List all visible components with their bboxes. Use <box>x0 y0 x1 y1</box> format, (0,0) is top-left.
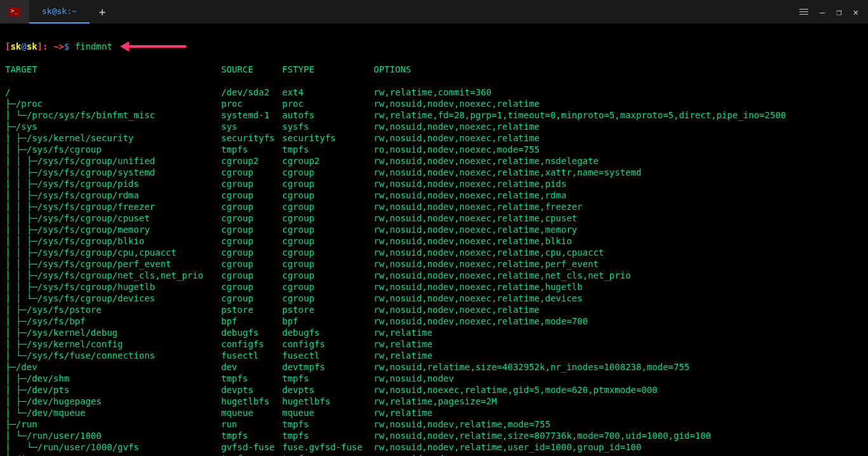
cell-target: │ │ ├─/sys/fs/cgroup/net_cls,net_prio <box>5 270 221 281</box>
prompt-bracket-open: [ <box>5 41 10 52</box>
cell-source: cgroup <box>221 258 282 270</box>
maximize-button[interactable]: ❐ <box>836 7 841 17</box>
terminal-output[interactable]: [sk@sk]: ~>$ findmnt TARGETSOURCEFSTYPEO… <box>0 24 868 456</box>
cell-target: │ ├─/sys/kernel/config <box>5 338 221 350</box>
cell-options: rw,nosuid,nodev,noexec,relatime <box>374 98 539 109</box>
cell-options: rw,nosuid,relatime,size=4032952k,nr_inod… <box>374 361 689 373</box>
cell-options: rw,nosuid,nodev <box>374 373 454 384</box>
cell-options: ro,nosuid,nodev,noexec,mode=755 <box>374 144 539 155</box>
cell-target: ├─/run <box>5 418 221 430</box>
mount-row: │ ├─/dev/shmtmpfstmpfsrw,nosuid,nodev <box>5 373 863 384</box>
cell-target: │ └─/proc/sys/fs/binfmt_misc <box>5 109 221 121</box>
col-target: TARGET <box>5 64 221 75</box>
titlebar: sk@sk:~ + — ❐ ✕ <box>0 0 868 24</box>
cell-target: │ ├─/sys/fs/cgroup <box>5 144 221 155</box>
new-tab-button[interactable]: + <box>90 0 115 24</box>
mount-row: │ ├─/dev/ptsdevptsdevptsrw,nosuid,noexec… <box>5 384 863 396</box>
close-button[interactable]: ✕ <box>853 7 858 17</box>
cell-source: cgroup <box>221 235 282 247</box>
cell-source: tmpfs <box>221 144 282 155</box>
cell-options: rw,relatime,pagesize=2M <box>374 396 497 407</box>
command-text: findmnt <box>75 41 112 52</box>
cell-source: debugfs <box>221 327 282 338</box>
cell-options: rw,relatime,fd=28,pgrp=1,timeout=0,minpr… <box>374 109 786 121</box>
cell-source: cgroup <box>221 224 282 235</box>
cell-options: rw,relatime <box>374 327 433 338</box>
cell-target: │ ├─/sys/kernel/debug <box>5 327 221 338</box>
cell-source: mqueue <box>221 407 282 418</box>
minimize-button[interactable]: — <box>820 7 825 17</box>
cell-target: │ ├─/sys/kernel/security <box>5 132 221 144</box>
cell-source: cgroup <box>221 270 282 281</box>
col-options: OPTIONS <box>374 64 411 75</box>
cell-options: rw,nosuid,nodev,noexec,relatime <box>374 132 539 144</box>
cell-target: │ │ ├─/sys/fs/cgroup/pids <box>5 178 221 190</box>
cell-source: bpf <box>221 315 282 327</box>
cell-fstype: tmpfs <box>282 373 374 384</box>
cell-target: │ │ └─/sys/fs/cgroup/devices <box>5 293 221 304</box>
cell-target: │ ├─/sys/fs/pstore <box>5 304 221 315</box>
mount-row: │ │ ├─/sys/fs/cgroup/memorycgroupcgroupr… <box>5 224 863 235</box>
cell-target: │ │ ├─/sys/fs/cgroup/hugetlb <box>5 281 221 293</box>
cell-options: rw,relatime,commit=360 <box>374 86 491 98</box>
cell-fstype: fuse.gvfsd-fuse <box>282 441 374 453</box>
cell-source: fusectl <box>221 350 282 361</box>
tab-title: sk@sk:~ <box>42 6 77 16</box>
cell-target: │ └─/sys/fs/fuse/connections <box>5 350 221 361</box>
cell-source: configfs <box>221 338 282 350</box>
mount-row: ├─/tmptmpfstmpfsrw,nosuid,nodev <box>5 453 863 456</box>
cell-source: cgroup <box>221 293 282 304</box>
cell-source: pstore <box>221 304 282 315</box>
cell-fstype: fusectl <box>282 350 374 361</box>
cell-fstype: cgroup <box>282 235 374 247</box>
mount-row: │ │ ├─/sys/fs/cgroup/pidscgroupcgrouprw,… <box>5 178 863 190</box>
cell-options: rw,nosuid,nodev,noexec,relatime,rdma <box>374 190 566 201</box>
prompt-line: [sk@sk]: ~>$ findmnt <box>5 41 863 52</box>
cell-fstype: bpf <box>282 315 374 327</box>
cell-options: rw,nosuid,nodev,noexec,relatime,perf_eve… <box>374 258 599 270</box>
mount-row: │ ├─/sys/kernel/securitysecurityfssecuri… <box>5 132 863 144</box>
cell-fstype: pstore <box>282 304 374 315</box>
cell-options: rw,nosuid,nodev,noexec,relatime,freezer <box>374 201 583 212</box>
cell-target: │ ├─/dev/pts <box>5 384 221 396</box>
cell-source: dev <box>221 361 282 373</box>
cell-options: rw,nosuid,nodev,noexec,relatime <box>374 121 539 132</box>
cell-fstype: cgroup <box>282 190 374 201</box>
mount-row: │ └─/run/user/1000/gvfsgvfsd-fusefuse.gv… <box>5 441 863 453</box>
cell-fstype: configfs <box>282 338 374 350</box>
cell-fstype: tmpfs <box>282 144 374 155</box>
cell-target: ├─/tmp <box>5 453 221 456</box>
cell-fstype: ext4 <box>282 86 374 98</box>
cell-source: cgroup <box>221 212 282 224</box>
app-icon-tab[interactable] <box>0 0 29 24</box>
cell-options: rw,relatime <box>374 350 433 361</box>
cell-source: systemd-1 <box>221 109 282 121</box>
cell-source: cgroup <box>221 190 282 201</box>
mount-row: │ ├─/sys/kernel/debugdebugfsdebugfsrw,re… <box>5 327 863 338</box>
mount-row: │ │ ├─/sys/fs/cgroup/rdmacgroupcgrouprw,… <box>5 190 863 201</box>
cell-fstype: sysfs <box>282 121 374 132</box>
cell-options: rw,nosuid,nodev,noexec,relatime,hugetlb <box>374 281 583 293</box>
cell-source: gvfsd-fuse <box>221 441 282 453</box>
cell-fstype: cgroup <box>282 281 374 293</box>
cell-target: │ │ ├─/sys/fs/cgroup/unified <box>5 155 221 167</box>
cell-source: cgroup <box>221 167 282 178</box>
cell-fstype: devtmpfs <box>282 361 374 373</box>
mount-row: │ │ ├─/sys/fs/cgroup/unifiedcgroup2cgrou… <box>5 155 863 167</box>
header-row: TARGETSOURCEFSTYPEOPTIONS <box>5 64 863 75</box>
mount-row: ├─/runruntmpfsrw,nosuid,nodev,relatime,m… <box>5 418 863 430</box>
mount-row: │ ├─/sys/fs/pstorepstorepstorerw,nosuid,… <box>5 304 863 315</box>
active-tab[interactable]: sk@sk:~ <box>29 0 90 24</box>
menu-icon[interactable] <box>799 7 808 17</box>
cell-target: │ │ ├─/sys/fs/cgroup/systemd <box>5 167 221 178</box>
cell-source: tmpfs <box>221 373 282 384</box>
plus-icon: + <box>98 5 105 18</box>
cell-fstype: mqueue <box>282 407 374 418</box>
cell-fstype: cgroup2 <box>282 155 374 167</box>
mount-row: ├─/syssyssysfsrw,nosuid,nodev,noexec,rel… <box>5 121 863 132</box>
col-source: SOURCE <box>221 64 282 75</box>
prompt-user: sk <box>10 41 21 52</box>
cell-options: rw,nosuid,nodev,noexec,relatime,xattr,na… <box>374 167 641 178</box>
cell-fstype: cgroup <box>282 224 374 235</box>
annotation-arrow <box>120 41 186 52</box>
